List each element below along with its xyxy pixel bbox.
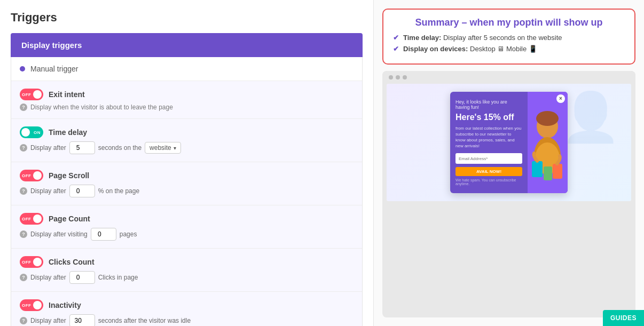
popup-right bbox=[528, 92, 568, 194]
trigger-row-time-delay: Time delay ? Display after seconds on th… bbox=[11, 119, 362, 162]
trigger-top-time-delay: Time delay bbox=[20, 126, 354, 138]
triggers-list: Manual trigger Exit intent ? Display whe… bbox=[11, 57, 363, 326]
popup-headline: Here's 15% off bbox=[455, 112, 522, 122]
exit-intent-toggle[interactable] bbox=[20, 89, 43, 100]
time-delay-prefix: Display after bbox=[30, 144, 66, 152]
exit-intent-label: Exit intent bbox=[49, 90, 85, 99]
summary-item-time-delay: ✔ Time delay: Display after 5 seconds on… bbox=[393, 34, 625, 42]
help-icon-page-count[interactable]: ? bbox=[20, 230, 27, 238]
left-panel: Triggers Display triggers Manual trigger… bbox=[0, 0, 374, 326]
page-scroll-desc: ? Display after % on the page bbox=[20, 185, 354, 197]
browser-dot-2 bbox=[396, 75, 400, 79]
clicks-count-input[interactable] bbox=[69, 271, 95, 284]
time-delay-input[interactable] bbox=[69, 141, 95, 154]
browser-content: 👤 × Hey, it looks like you are having fu… bbox=[387, 84, 631, 201]
help-icon-page-scroll[interactable]: ? bbox=[20, 187, 27, 195]
popup-left: Hey, it looks like you are having fun! H… bbox=[450, 92, 528, 194]
trigger-row-exit-intent: Exit intent ? Display when the visitor i… bbox=[11, 81, 362, 119]
person-illustration bbox=[528, 108, 568, 193]
check-icon-1: ✔ bbox=[393, 34, 399, 42]
svg-rect-6 bbox=[544, 166, 552, 180]
clicks-count-label: Clicks Count bbox=[49, 258, 95, 266]
trigger-row-page-count: Page Count ? Display after visiting page… bbox=[11, 205, 362, 249]
svg-point-1 bbox=[536, 111, 559, 126]
clicks-count-prefix: Display after bbox=[30, 274, 66, 281]
inactivity-input[interactable] bbox=[69, 314, 95, 326]
inactivity-toggle[interactable] bbox=[20, 299, 43, 311]
check-icon-2: ✔ bbox=[393, 45, 399, 53]
page-scroll-suffix: % on the page bbox=[98, 187, 139, 195]
time-delay-dropdown[interactable]: website ▾ bbox=[145, 142, 181, 154]
page-scroll-input[interactable] bbox=[69, 185, 95, 197]
time-delay-desc: ? Display after seconds on the website ▾ bbox=[20, 141, 354, 154]
inactivity-label: Inactivity bbox=[49, 301, 81, 309]
guides-button[interactable]: GUIDES bbox=[603, 310, 644, 326]
time-delay-toggle[interactable] bbox=[20, 126, 43, 138]
trigger-row-inactivity: Inactivity ? Display after seconds after… bbox=[11, 292, 362, 326]
popup-top-text: Hey, it looks like you are having fun! bbox=[455, 99, 522, 110]
display-triggers-header: Display triggers bbox=[11, 33, 363, 57]
inactivity-prefix: Display after bbox=[30, 317, 66, 324]
dot-icon bbox=[20, 66, 25, 71]
trigger-top: Exit intent bbox=[20, 89, 354, 100]
time-delay-mid: seconds on the bbox=[98, 144, 142, 152]
popup-cta-button[interactable]: AVAIL NOW! bbox=[455, 167, 522, 176]
browser-dot-3 bbox=[403, 75, 407, 79]
page-scroll-toggle[interactable] bbox=[20, 170, 43, 181]
popup-card: × Hey, it looks like you are having fun!… bbox=[450, 92, 568, 194]
help-icon-time-delay[interactable]: ? bbox=[20, 144, 27, 152]
svg-rect-4 bbox=[532, 161, 543, 177]
browser-dot-1 bbox=[389, 75, 393, 79]
page-scroll-label: Page Scroll bbox=[49, 171, 89, 180]
trigger-top-clicks-count: Clicks Count bbox=[20, 256, 354, 268]
summary-key-2: Display on devices: Desktop 🖥 Mobile 📱 bbox=[403, 45, 537, 53]
chevron-down-icon: ▾ bbox=[174, 145, 176, 151]
manual-trigger-label: Manual trigger bbox=[30, 65, 78, 73]
browser-bar bbox=[382, 71, 635, 84]
trigger-row-clicks-count: Clicks Count ? Display after Clicks in p… bbox=[11, 249, 362, 292]
page-count-label: Page Count bbox=[49, 214, 90, 223]
svg-rect-5 bbox=[553, 164, 562, 179]
page-count-prefix: Display after visiting bbox=[30, 230, 88, 238]
popup-body-text: from our latest collection when you subs… bbox=[455, 125, 522, 149]
clicks-count-suffix: Clicks in page bbox=[98, 274, 138, 281]
popup-close-button[interactable]: × bbox=[556, 94, 565, 103]
popup-small-text: We hate spam. You can unsubscribe anytim… bbox=[455, 178, 522, 186]
summary-item-devices: ✔ Display on devices: Desktop 🖥 Mobile 📱 bbox=[393, 45, 625, 53]
page-title: Triggers bbox=[11, 11, 373, 25]
page-count-toggle[interactable] bbox=[20, 213, 43, 225]
manual-trigger-row: Manual trigger bbox=[11, 57, 362, 81]
summary-box: Summary – when my poptin will show up ✔ … bbox=[382, 9, 635, 65]
page-scroll-prefix: Display after bbox=[30, 187, 66, 195]
exit-intent-desc-text: Display when the visitor is about to lea… bbox=[30, 104, 173, 111]
time-delay-label: Time delay bbox=[49, 128, 87, 137]
trigger-top-page-count: Page Count bbox=[20, 213, 354, 225]
right-panel: Summary – when my poptin will show up ✔ … bbox=[374, 0, 644, 326]
popup-email-input[interactable] bbox=[455, 153, 522, 164]
time-delay-dropdown-value: website bbox=[150, 144, 171, 152]
help-icon-inactivity[interactable]: ? bbox=[20, 317, 27, 324]
clicks-count-toggle[interactable] bbox=[20, 256, 43, 268]
help-icon-clicks-count[interactable]: ? bbox=[20, 274, 27, 281]
help-icon[interactable]: ? bbox=[20, 104, 27, 111]
page-count-desc: ? Display after visiting pages bbox=[20, 228, 354, 241]
page-count-input[interactable] bbox=[91, 228, 116, 241]
summary-key-1: Time delay: Display after 5 seconds on t… bbox=[403, 34, 562, 42]
page-count-suffix: pages bbox=[120, 230, 137, 238]
summary-title: Summary – when my poptin will show up bbox=[393, 17, 625, 28]
trigger-top-page-scroll: Page Scroll bbox=[20, 170, 354, 181]
browser-preview: 👤 × Hey, it looks like you are having fu… bbox=[382, 71, 635, 317]
trigger-row-page-scroll: Page Scroll ? Display after % on the pag… bbox=[11, 162, 362, 205]
clicks-count-desc: ? Display after Clicks in page bbox=[20, 271, 354, 284]
trigger-top-inactivity: Inactivity bbox=[20, 299, 354, 311]
inactivity-desc: ? Display after seconds after the visito… bbox=[20, 314, 354, 326]
inactivity-suffix: seconds after the visitor was idle bbox=[98, 317, 191, 324]
exit-intent-desc: ? Display when the visitor is about to l… bbox=[20, 104, 354, 111]
